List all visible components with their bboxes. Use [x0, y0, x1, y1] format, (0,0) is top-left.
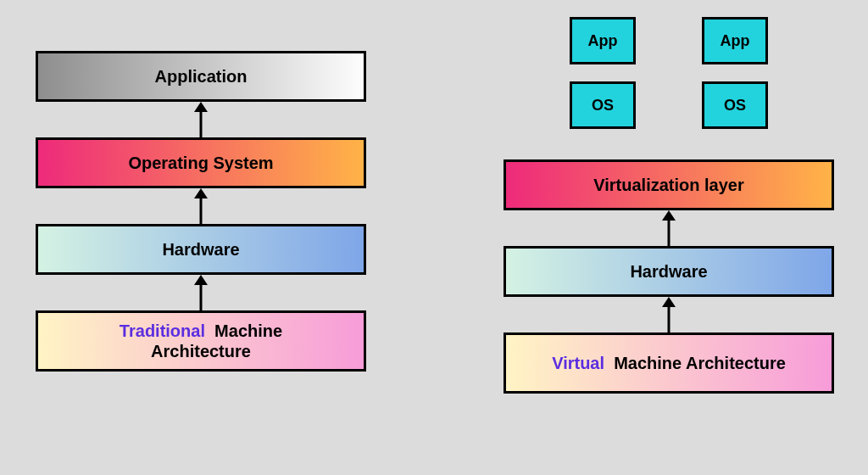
hardware-box: Hardware — [504, 246, 834, 297]
app-label: App — [721, 32, 750, 50]
os-box: Operating System — [36, 137, 366, 188]
virtual-architecture-column: App App OS OS Virtualization layer Hardw… — [504, 17, 834, 394]
app-row: App App — [504, 17, 834, 64]
arrow-up — [504, 297, 834, 332]
traditional-title-box: Traditional Machine Architecture — [36, 310, 366, 372]
arrow-up — [36, 275, 366, 310]
arrow-up — [504, 210, 834, 246]
os-label: Operating System — [128, 153, 273, 173]
svg-marker-5 — [194, 275, 208, 285]
os-box-1: OS — [570, 81, 636, 129]
hardware-label: Hardware — [630, 261, 707, 282]
svg-marker-7 — [662, 210, 676, 221]
application-label: Application — [155, 66, 248, 87]
virtual-title-box: Virtual Machine Architecture — [504, 332, 834, 394]
hardware-label: Hardware — [162, 239, 239, 260]
hardware-box: Hardware — [36, 224, 366, 275]
os-row: OS OS — [504, 81, 834, 129]
os-box-2: OS — [702, 81, 768, 129]
svg-marker-9 — [662, 297, 676, 307]
app-label: App — [588, 32, 618, 50]
svg-marker-3 — [194, 188, 208, 198]
virtualization-box: Virtualization layer — [504, 159, 834, 210]
title-accent: Traditional — [120, 321, 205, 340]
app-box-1: App — [570, 17, 636, 64]
virtualization-label: Virtualization layer — [593, 175, 743, 195]
arrow-up — [36, 102, 366, 137]
application-box: Application — [36, 51, 366, 102]
title-line2: Architecture — [151, 341, 251, 361]
title-rest: Machine — [214, 321, 282, 340]
title-accent: Virtual — [552, 354, 604, 372]
app-box-2: App — [702, 17, 768, 64]
os-label: OS — [724, 97, 746, 115]
title-rest: Machine Architecture — [614, 354, 786, 372]
svg-marker-1 — [194, 102, 208, 112]
os-label: OS — [592, 97, 614, 115]
traditional-architecture-column: Application Operating System Hardware Tr… — [36, 51, 366, 372]
title-line1: Traditional Machine — [120, 321, 282, 341]
title-line: Virtual Machine Architecture — [552, 353, 786, 373]
arrow-up — [36, 188, 366, 224]
